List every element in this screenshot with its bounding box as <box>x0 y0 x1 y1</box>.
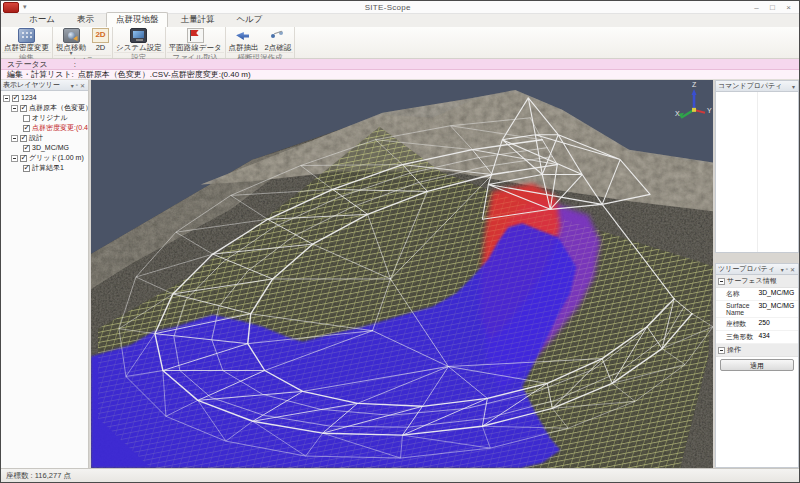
group-label: 操作 <box>727 345 741 355</box>
button-label: 点群密度変更 <box>4 44 49 52</box>
tree-item-density[interactable]: 点群密度変更:(0.40 m) <box>23 123 88 133</box>
z-axis-label: Z <box>692 81 697 88</box>
ribbon-group-settings: システム設定 設定 <box>113 27 166 58</box>
plane-route-data-button[interactable]: 平面路線データ <box>167 28 224 52</box>
panel-gap <box>715 253 799 263</box>
checkbox[interactable] <box>20 135 27 142</box>
maximize-button[interactable]: □ <box>765 2 780 13</box>
viewport-3d[interactable]: X Y Z <box>91 80 713 468</box>
layer-tree: 1234 点群原本（色変更）.CSV オリジナル 点群密度変更:(0.40 m) <box>1 91 88 468</box>
system-settings-icon <box>130 28 147 43</box>
minimize-button[interactable]: – <box>749 2 764 13</box>
button-label: 2D <box>96 44 106 52</box>
x-axis-label: X <box>675 110 680 117</box>
property-row-triangle-count[interactable]: 三角形数 434 <box>716 331 798 344</box>
point-count-text: 座標数 : 116,277 点 <box>6 471 71 481</box>
tab-display[interactable]: 表示 <box>67 12 104 27</box>
ribbon-group-camera: 視点移動 ▾ 2D 2D カメラ <box>53 27 113 58</box>
panel-chevron-icon[interactable]: ▾ <box>791 83 796 90</box>
window-title: SITE-Scope <box>27 3 749 12</box>
property-value: 434 <box>758 332 798 342</box>
edit-calc-list-value: 点群原本（色変更）.CSV-点群密度変更:(0.40 m) <box>78 69 251 80</box>
panel-close-icon[interactable]: ✕ <box>79 82 86 89</box>
button-label: 2点確認 <box>265 44 292 52</box>
checkbox[interactable] <box>23 145 30 152</box>
panel-close-icon[interactable]: ✕ <box>789 266 796 273</box>
tab-earthwork[interactable]: 土量計算 <box>170 12 224 27</box>
expander-icon[interactable] <box>11 155 18 162</box>
tree-item-surface[interactable]: 3D_MC/MG <box>23 143 88 153</box>
tree-label: グリッド(1.00 m) <box>29 153 84 163</box>
property-row-surface-name[interactable]: Surface Name 3D_MC/MG <box>716 301 798 318</box>
property-value: 3D_MC/MG <box>758 289 798 299</box>
view-2d-button[interactable]: 2D 2D <box>90 28 111 52</box>
tab-pointcloud-ground[interactable]: 点群現地盤 <box>106 12 169 27</box>
command-properties-body <box>716 92 798 252</box>
tab-home[interactable]: ホーム <box>19 12 65 27</box>
2d-icon: 2D <box>92 28 109 43</box>
checkbox[interactable] <box>12 95 19 102</box>
scene-3d: X Y Z <box>91 80 713 468</box>
property-label: Surface Name <box>726 302 758 316</box>
tree-item-design[interactable]: 設計 <box>11 133 88 143</box>
tree-label: 設計 <box>29 133 43 143</box>
status-label: ステータス <box>7 59 48 70</box>
checkbox[interactable] <box>23 165 30 172</box>
expander-icon[interactable] <box>11 105 18 112</box>
system-settings-button[interactable]: システム設定 <box>114 28 164 52</box>
command-properties-panel: コマンドプロパティ ▾ <box>715 80 799 253</box>
layer-tree-panel: 表示レイヤツリー ▾ ▫ ✕ 1234 点群原本（色変更）.CSV <box>1 80 89 468</box>
layer-tree-header: 表示レイヤツリー ▾ ▫ ✕ <box>1 80 88 91</box>
checkbox[interactable] <box>20 105 27 112</box>
edit-calc-list-row: 編集・計算リスト: 点群原本（色変更）.CSV-点群密度変更:(0.40 m) <box>1 70 799 80</box>
tree-label: 点群原本（色変更）.CSV <box>29 103 88 113</box>
tree-properties-body: サーフェス情報 名称 3D_MC/MG Surface Name 3D_MC/M… <box>716 275 798 467</box>
tree-label: オリジナル <box>32 113 68 123</box>
apply-button[interactable]: 適用 <box>720 359 794 371</box>
property-row-coord-count[interactable]: 座標数 250 <box>716 318 798 331</box>
close-button[interactable]: × <box>781 2 796 13</box>
y-axis-label: Y <box>707 107 712 114</box>
app-menu-icon[interactable] <box>3 2 19 13</box>
tab-help[interactable]: ヘルプ <box>226 12 272 27</box>
tree-label: 1234 <box>21 93 37 103</box>
expander-icon[interactable] <box>11 135 18 142</box>
command-properties-title: コマンドプロパティ <box>718 81 791 91</box>
group-operation[interactable]: 操作 <box>716 344 798 357</box>
ribbon: 点群密度変更 編集 視点移動 ▾ 2D 2D カメラ <box>1 27 799 59</box>
ribbon-tab-row: ホーム 表示 点群現地盤 土量計算 ヘルプ <box>1 14 799 27</box>
checkbox[interactable] <box>20 155 27 162</box>
button-label: 平面路線データ <box>169 44 222 52</box>
property-label: 三角形数 <box>726 332 758 342</box>
button-label: 点群抽出 <box>229 44 259 52</box>
expander-icon[interactable] <box>3 95 10 102</box>
point-density-change-button[interactable]: 点群密度変更 <box>2 28 51 52</box>
expander-icon[interactable] <box>718 347 725 354</box>
point-extract-button[interactable]: 点群抽出 <box>227 28 261 52</box>
property-row-name[interactable]: 名称 3D_MC/MG <box>716 288 798 301</box>
tree-item-csv[interactable]: 点群原本（色変更）.CSV <box>11 103 88 113</box>
viewpoint-move-icon <box>63 28 80 43</box>
tree-item-original[interactable]: オリジナル <box>23 113 88 123</box>
expander-icon[interactable] <box>718 278 725 285</box>
layer-tree-title: 表示レイヤツリー <box>3 80 70 90</box>
tree-item-root[interactable]: 1234 <box>3 93 88 103</box>
ribbon-group-edit: 点群密度変更 編集 <box>1 27 53 58</box>
group-label: サーフェス情報 <box>727 276 777 286</box>
checkbox[interactable] <box>23 115 30 122</box>
property-label: 座標数 <box>726 319 758 329</box>
two-point-confirm-button[interactable]: 2点確認 <box>263 28 294 52</box>
viewpoint-move-button[interactable]: 視点移動 ▾ <box>54 28 88 55</box>
app-window: ▾ SITE-Scope – □ × ホーム 表示 点群現地盤 土量計算 ヘルプ… <box>0 0 800 483</box>
tree-item-result[interactable]: 計算結果1 <box>23 163 88 173</box>
status-colon: : <box>74 60 76 69</box>
checkbox[interactable] <box>23 125 30 132</box>
point-cloud-density-icon <box>18 28 35 43</box>
route-data-flag-icon <box>187 28 204 43</box>
group-surface-info[interactable]: サーフェス情報 <box>716 275 798 288</box>
tree-properties-panel: ツリープロパティ ▾ ▫ ✕ サーフェス情報 名称 3D_MC/MG S <box>715 263 799 468</box>
bottom-status-bar: 座標数 : 116,277 点 <box>1 468 799 482</box>
edit-calc-list-label: 編集・計算リスト: <box>7 69 74 80</box>
tree-item-grid[interactable]: グリッド(1.00 m) <box>11 153 88 163</box>
property-value: 3D_MC/MG <box>758 302 798 316</box>
